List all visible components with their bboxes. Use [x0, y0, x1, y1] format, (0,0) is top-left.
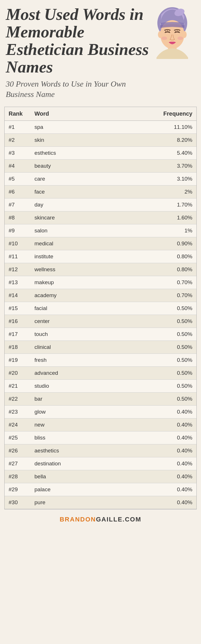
table-row: #20advanced0.50% — [5, 367, 196, 380]
cell-rank: #7 — [5, 198, 30, 211]
cell-word: beauty — [30, 160, 159, 173]
table-row: #17touch0.50% — [5, 328, 196, 341]
col-header-rank: Rank — [5, 107, 30, 121]
table-row: #5care3.10% — [5, 173, 196, 186]
cell-word: advanced — [30, 367, 159, 380]
cell-frequency: 0.90% — [159, 237, 196, 250]
table-row: #7day1.70% — [5, 198, 196, 211]
table-row: #4beauty3.70% — [5, 160, 196, 173]
cell-word: medical — [30, 237, 159, 250]
cell-rank: #11 — [5, 250, 30, 263]
cell-frequency: 8.20% — [159, 134, 196, 147]
table-row: #9salon1% — [5, 224, 196, 237]
brand-orange: BRANDON — [60, 516, 96, 523]
table-row: #12wellness0.80% — [5, 263, 196, 276]
cell-frequency: 0.50% — [159, 393, 196, 406]
cell-rank: #1 — [5, 121, 30, 134]
header: Most Used Words in Memorable Esthetician… — [0, 0, 201, 102]
cell-word: pure — [30, 496, 159, 509]
table-row: #26aesthetics0.40% — [5, 444, 196, 457]
cell-rank: #26 — [5, 444, 30, 457]
cell-rank: #21 — [5, 380, 30, 393]
cell-word: skincare — [30, 211, 159, 224]
cell-frequency: 11.10% — [159, 121, 196, 134]
cell-frequency: 0.70% — [159, 289, 196, 302]
svg-point-3 — [158, 31, 163, 38]
cell-word: new — [30, 418, 159, 431]
cell-frequency: 0.40% — [159, 496, 196, 509]
cell-frequency: 0.50% — [159, 328, 196, 341]
cell-rank: #27 — [5, 457, 30, 470]
table-row: #18clinical0.50% — [5, 341, 196, 354]
cell-rank: #12 — [5, 263, 30, 276]
table-row: #16center0.50% — [5, 315, 196, 328]
cell-frequency: 0.40% — [159, 444, 196, 457]
cell-word: facial — [30, 302, 159, 315]
cell-frequency: 0.40% — [159, 418, 196, 431]
table-row: #14academy0.70% — [5, 289, 196, 302]
cell-rank: #23 — [5, 406, 30, 418]
col-header-frequency: Frequency — [159, 107, 196, 121]
avatar-area — [149, 6, 195, 59]
table-row: #13makeup0.70% — [5, 276, 196, 289]
cell-rank: #8 — [5, 211, 30, 224]
cell-word: academy — [30, 289, 159, 302]
cell-word: care — [30, 173, 159, 186]
cell-frequency: 0.50% — [159, 315, 196, 328]
data-table-container: Rank Word Frequency #1spa11.10%#2skin8.2… — [4, 107, 197, 509]
cell-frequency: 0.50% — [159, 367, 196, 380]
cell-rank: #4 — [5, 160, 30, 173]
cell-rank: #5 — [5, 173, 30, 186]
cell-frequency: 0.50% — [159, 380, 196, 393]
cell-rank: #14 — [5, 289, 30, 302]
cell-frequency: 2% — [159, 186, 196, 198]
table-row: #25bliss0.40% — [5, 431, 196, 444]
table-row: #29palace0.40% — [5, 483, 196, 496]
cell-rank: #3 — [5, 147, 30, 160]
cell-word: skin — [30, 134, 159, 147]
cell-rank: #2 — [5, 134, 30, 147]
cell-frequency: 0.80% — [159, 263, 196, 276]
table-row: #21studio0.50% — [5, 380, 196, 393]
cell-rank: #29 — [5, 483, 30, 496]
cell-frequency: 1.70% — [159, 198, 196, 211]
cell-word: center — [30, 315, 159, 328]
cell-frequency: 0.50% — [159, 302, 196, 315]
svg-point-12 — [161, 37, 167, 40]
brand-name: BRANDONGAILLE.COM — [60, 516, 142, 523]
cell-word: fresh — [30, 354, 159, 367]
cell-rank: #10 — [5, 237, 30, 250]
cell-word: bar — [30, 393, 159, 406]
cell-rank: #17 — [5, 328, 30, 341]
cell-frequency: 0.40% — [159, 483, 196, 496]
table-row: #10medical0.90% — [5, 237, 196, 250]
cell-frequency: 0.40% — [159, 470, 196, 483]
cell-word: studio — [30, 380, 159, 393]
cell-word: palace — [30, 483, 159, 496]
table-row: #6face2% — [5, 186, 196, 198]
cell-rank: #24 — [5, 418, 30, 431]
table-row: #1spa11.10% — [5, 121, 196, 134]
cell-frequency: 0.50% — [159, 341, 196, 354]
table-row: #28bella0.40% — [5, 470, 196, 483]
cell-word: face — [30, 186, 159, 198]
cell-frequency: 0.70% — [159, 276, 196, 289]
cell-rank: #9 — [5, 224, 30, 237]
table-row: #30pure0.40% — [5, 496, 196, 509]
cell-frequency: 1% — [159, 224, 196, 237]
cell-frequency: 0.80% — [159, 250, 196, 263]
cell-rank: #25 — [5, 431, 30, 444]
cell-rank: #13 — [5, 276, 30, 289]
table-row: #27destination0.40% — [5, 457, 196, 470]
col-header-word: Word — [30, 107, 159, 121]
cell-rank: #6 — [5, 186, 30, 198]
table-header: Rank Word Frequency — [5, 107, 196, 121]
cell-rank: #19 — [5, 354, 30, 367]
table-row: #19fresh0.50% — [5, 354, 196, 367]
cell-word: touch — [30, 328, 159, 341]
cell-rank: #28 — [5, 470, 30, 483]
table-row: #23glow0.40% — [5, 406, 196, 418]
cell-frequency: 0.40% — [159, 431, 196, 444]
cell-word: institute — [30, 250, 159, 263]
cell-word: aesthetics — [30, 444, 159, 457]
